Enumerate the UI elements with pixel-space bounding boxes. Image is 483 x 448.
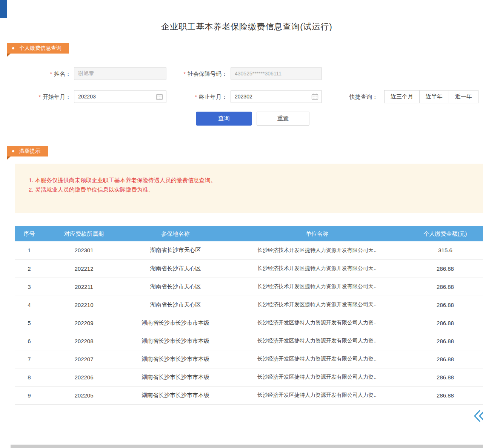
header-employer: 单位名称: [226, 226, 408, 241]
quick-btn-half-year[interactable]: 近半年: [419, 90, 449, 103]
table-header-row: 序号 对应费款所属期 参保地名称 单位名称 个人缴费金额(元): [15, 226, 483, 241]
table-cell: 长沙经济技术开发区捷特人力资源开发有限公司天..: [226, 241, 408, 259]
header-period: 对应费款所属期: [43, 226, 125, 241]
quick-query-label: 快捷查询：: [349, 94, 378, 101]
required-asterisk: *: [184, 71, 186, 77]
payment-table-body: 1202301湖南省长沙市天心区长沙经济技术开发区捷特人力资源开发有限公司天..…: [15, 241, 483, 404]
table-cell: 286.88: [408, 368, 483, 386]
table-cell: 5: [15, 314, 43, 332]
bullet-icon: [12, 150, 14, 152]
notice-line: 2. 灵活就业人员的缴费单位信息以实际缴费为准。: [29, 185, 475, 194]
reset-button[interactable]: 重置: [257, 112, 309, 126]
table-cell: 286.88: [408, 278, 483, 296]
start-month-picker[interactable]: [74, 90, 166, 103]
table-cell: 202212: [43, 259, 125, 278]
table-cell: 湖南省长沙市天心区: [125, 259, 226, 278]
table-cell: 1: [15, 241, 43, 259]
table-cell: 湖南省长沙市长沙市市本级: [125, 386, 226, 404]
table-cell: 长沙经济技术开发区捷特人力资源开发有限公司天..: [226, 259, 408, 278]
table-cell: 286.88: [408, 314, 483, 332]
end-month-label: *终止年月：: [172, 94, 227, 101]
table-cell: 202211: [43, 278, 125, 296]
table-cell: 286.88: [408, 332, 483, 350]
ssn-label: *社会保障号码：: [172, 71, 227, 78]
section-badge-personal-query: 个人缴费信息查询: [7, 43, 69, 54]
table-cell: 湖南省长沙市天心区: [125, 296, 226, 314]
calendar-icon[interactable]: [156, 93, 163, 102]
table-cell: 202208: [43, 332, 125, 350]
table-cell: 286.88: [408, 296, 483, 314]
table-cell: 湖南省长沙市长沙市市本级: [125, 314, 226, 332]
table-cell: 286.88: [408, 350, 483, 368]
table-cell: 202210: [43, 296, 125, 314]
section-badge-label: 温馨提示: [19, 148, 40, 155]
table-cell: 长沙经济开发区捷特人力资源开发有限公司人力资..: [226, 350, 408, 368]
table-cell: 湖南省长沙市长沙市市本级: [125, 332, 226, 350]
table-cell: 7: [15, 350, 43, 368]
table-cell: 202206: [43, 368, 125, 386]
section-badge-tips: 温馨提示: [7, 146, 48, 156]
quick-btn-one-year[interactable]: 近一年: [449, 90, 478, 103]
nav-edge-decoration: [0, 0, 7, 18]
start-month-input[interactable]: [74, 90, 166, 103]
calendar-icon[interactable]: [311, 93, 318, 102]
double-chevron-left-icon[interactable]: [472, 408, 483, 425]
notice-line: 1. 本服务仅提供尚未领取企业职工基本养老保险待遇人员的缴费信息查询。: [29, 175, 475, 185]
table-cell: 4: [15, 296, 43, 314]
table-row: 2202212湖南省长沙市天心区长沙经济技术开发区捷特人力资源开发有限公司天..…: [15, 259, 483, 278]
warm-tips-notice: 1. 本服务仅提供尚未领取企业职工基本养老保险待遇人员的缴费信息查询。 2. 灵…: [15, 164, 483, 213]
table-cell: 6: [15, 332, 43, 350]
table-row: 1202301湖南省长沙市天心区长沙经济技术开发区捷特人力资源开发有限公司天..…: [15, 241, 483, 259]
table-row: 3202211湖南省长沙市天心区长沙经济技术开发区捷特人力资源开发有限公司天..…: [15, 278, 483, 296]
end-month-input[interactable]: [231, 90, 322, 103]
header-seq: 序号: [15, 226, 43, 241]
table-cell: 315.6: [408, 241, 483, 259]
table-cell: 湖南省长沙市长沙市市本级: [125, 368, 226, 386]
table-row: 6202208湖南省长沙市长沙市市本级长沙经济开发区捷特人力资源开发有限公司人力…: [15, 332, 483, 350]
table-cell: 9: [15, 386, 43, 404]
header-amount: 个人缴费金额(元): [408, 226, 483, 241]
table-cell: 3: [15, 278, 43, 296]
name-label: *姓名：: [23, 71, 71, 78]
header-insured-place: 参保地名称: [125, 226, 226, 241]
table-cell: 长沙经济开发区捷特人力资源开发有限公司人力资..: [226, 368, 408, 386]
table-cell: 长沙经济开发区捷特人力资源开发有限公司人力资..: [226, 386, 408, 404]
table-cell: 202205: [43, 386, 125, 404]
table-row: 9202205湖南省长沙市长沙市市本级长沙经济开发区捷特人力资源开发有限公司人力…: [15, 386, 483, 404]
table-cell: 286.88: [408, 386, 483, 404]
start-month-label: *开始年月：: [23, 94, 71, 101]
table-cell: 8: [15, 368, 43, 386]
required-asterisk: *: [50, 71, 52, 77]
table-cell: 长沙经济技术开发区捷特人力资源开发有限公司天..: [226, 278, 408, 296]
table-row: 7202207湖南省长沙市长沙市市本级长沙经济开发区捷特人力资源开发有限公司人力…: [15, 350, 483, 368]
section-badge-label: 个人缴费信息查询: [19, 45, 62, 52]
table-cell: 202301: [43, 241, 125, 259]
payment-info-table: 序号 对应费款所属期 参保地名称 单位名称 个人缴费金额(元) 1202301湖…: [15, 226, 483, 405]
table-row: 4202210湖南省长沙市天心区长沙经济技术开发区捷特人力资源开发有限公司天..…: [15, 296, 483, 314]
table-cell: 长沙经济开发区捷特人力资源开发有限公司人力资..: [226, 332, 408, 350]
required-asterisk: *: [195, 94, 197, 100]
end-month-picker[interactable]: [231, 90, 322, 103]
table-cell: 286.88: [408, 259, 483, 278]
table-cell: 湖南省长沙市天心区: [125, 278, 226, 296]
required-asterisk: *: [39, 94, 41, 100]
quick-query-group: 近三个月 近半年 近一年: [384, 90, 478, 103]
table-row: 5202209湖南省长沙市长沙市市本级长沙经济开发区捷特人力资源开发有限公司人力…: [15, 314, 483, 332]
table-cell: 2: [15, 259, 43, 278]
query-button[interactable]: 查询: [196, 112, 252, 126]
bullet-icon: [12, 47, 14, 49]
table-row: 8202206湖南省长沙市长沙市市本级长沙经济开发区捷特人力资源开发有限公司人力…: [15, 368, 483, 386]
table-cell: 湖南省长沙市长沙市市本级: [125, 350, 226, 368]
table-cell: 202209: [43, 314, 125, 332]
table-cell: 湖南省长沙市天心区: [125, 241, 226, 259]
horizontal-scrollbar[interactable]: [11, 445, 483, 448]
page-title: 企业职工基本养老保险缴费信息查询(试运行): [11, 21, 483, 32]
quick-btn-3-months[interactable]: 近三个月: [384, 90, 420, 103]
table-cell: 202207: [43, 350, 125, 368]
table-cell: 长沙经济开发区捷特人力资源开发有限公司人力资..: [226, 314, 408, 332]
table-cell: 长沙经济技术开发区捷特人力资源开发有限公司天..: [226, 296, 408, 314]
name-field: [74, 67, 166, 80]
ssn-field: [231, 67, 322, 80]
